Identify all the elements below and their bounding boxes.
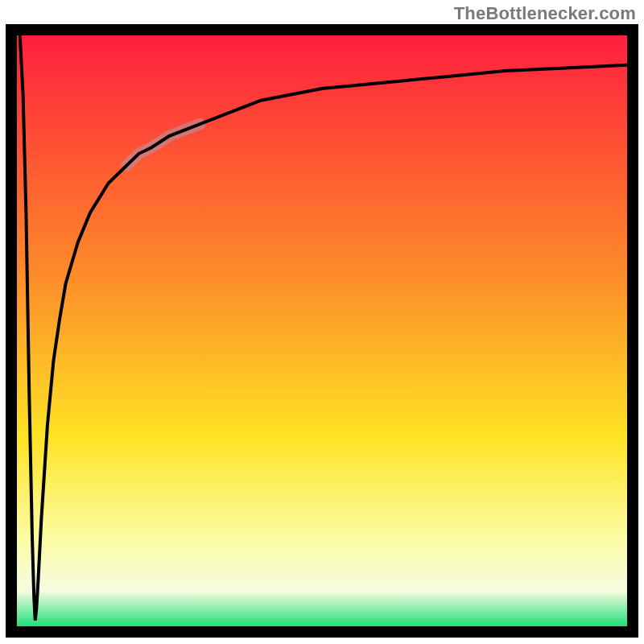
bottleneck-chart (6, 24, 638, 638)
gradient-background (17, 35, 627, 626)
chart-frame (6, 24, 638, 638)
attribution-label: TheBottlenecker.com (454, 3, 636, 24)
